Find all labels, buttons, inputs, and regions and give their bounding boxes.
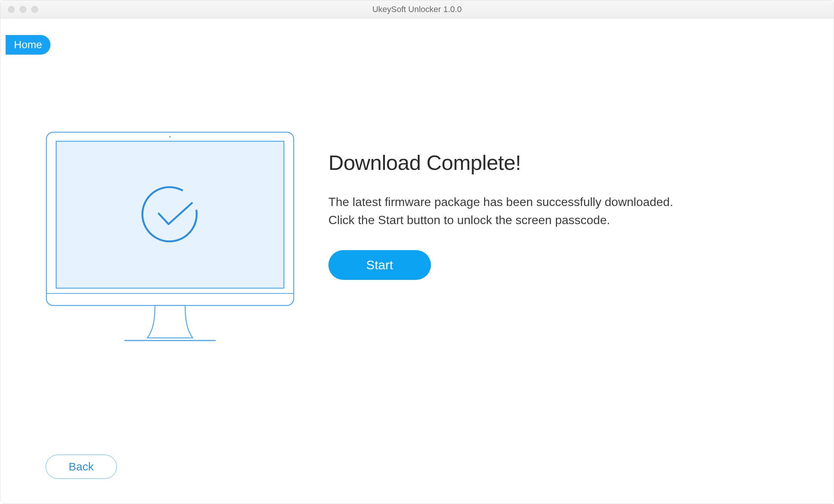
content-area: Home [0, 18, 834, 504]
description-text: The latest firmware package has been suc… [328, 193, 788, 229]
start-button[interactable]: Start [328, 250, 431, 280]
svg-point-1 [169, 136, 171, 137]
home-button[interactable]: Home [6, 35, 51, 55]
close-traffic-light[interactable] [8, 6, 15, 13]
description-line-1: The latest firmware package has been suc… [328, 195, 673, 209]
back-button[interactable]: Back [46, 455, 117, 479]
maximize-traffic-light[interactable] [31, 6, 38, 13]
app-window: UkeySoft Unlocker 1.0.0 Home [0, 0, 834, 504]
text-column: Download Complete! The latest firmware p… [328, 131, 788, 348]
window-title: UkeySoft Unlocker 1.0.0 [372, 5, 461, 14]
monitor-illustration [46, 131, 294, 348]
traffic-lights [0, 6, 38, 13]
page-heading: Download Complete! [328, 150, 788, 175]
minimize-traffic-light[interactable] [20, 6, 26, 13]
back-button-label: Back [69, 460, 94, 473]
titlebar: UkeySoft Unlocker 1.0.0 [0, 0, 834, 18]
description-line-2: Click the Start button to unlock the scr… [328, 213, 610, 227]
svg-rect-2 [56, 141, 284, 288]
home-button-label: Home [14, 39, 42, 50]
main-area: Download Complete! The latest firmware p… [46, 131, 788, 348]
monitor-checkmark-icon [46, 131, 294, 346]
start-button-label: Start [366, 258, 393, 272]
